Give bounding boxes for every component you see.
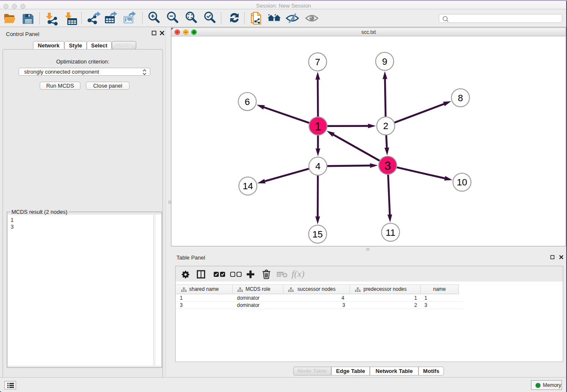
svg-text:7: 7 xyxy=(315,57,320,67)
svg-text:15: 15 xyxy=(312,229,322,240)
svg-text:1: 1 xyxy=(315,120,322,133)
svg-text:2: 2 xyxy=(383,121,388,131)
svg-text:9: 9 xyxy=(382,56,387,67)
svg-text:10: 10 xyxy=(457,177,467,188)
svg-text:6: 6 xyxy=(245,97,250,107)
svg-text:11: 11 xyxy=(386,227,396,238)
svg-text:14: 14 xyxy=(243,181,253,191)
svg-text:4: 4 xyxy=(315,161,320,171)
svg-text:8: 8 xyxy=(458,93,463,103)
svg-text:3: 3 xyxy=(385,159,391,172)
